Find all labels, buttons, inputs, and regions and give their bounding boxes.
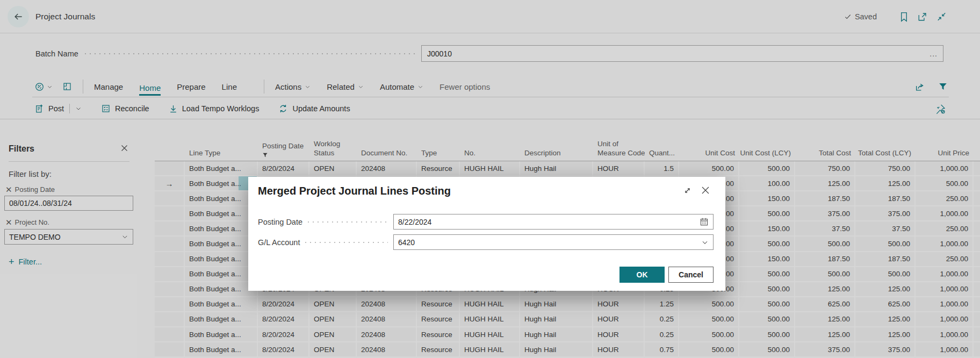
chevron-down-icon[interactable] (701, 239, 709, 246)
dialog-posting-date-row: Posting Date 8/22/2024 (258, 214, 714, 230)
dialog-title: Merged Project Journal Lines Posting (258, 185, 451, 197)
dotted-leader (308, 221, 388, 223)
dialog-buttons: OK Cancel (619, 267, 714, 283)
posting-date-value: 8/22/2024 (398, 218, 700, 226)
gl-account-label: G/L Account (258, 238, 300, 247)
ok-button[interactable]: OK (619, 267, 665, 283)
close-icon[interactable] (701, 185, 710, 195)
posting-date-input[interactable]: 8/22/2024 (393, 214, 714, 230)
expand-dialog-icon[interactable] (683, 186, 692, 195)
calendar-icon[interactable] (700, 217, 709, 226)
gl-account-select[interactable]: 6420 (393, 234, 714, 250)
posting-date-label: Posting Date (258, 218, 302, 226)
gl-account-value: 6420 (398, 238, 701, 247)
merged-posting-dialog: Merged Project Journal Lines Posting Pos… (248, 177, 725, 291)
cancel-button[interactable]: Cancel (668, 267, 714, 283)
dotted-leader (305, 242, 388, 243)
dialog-gl-account-row: G/L Account 6420 (258, 234, 714, 250)
